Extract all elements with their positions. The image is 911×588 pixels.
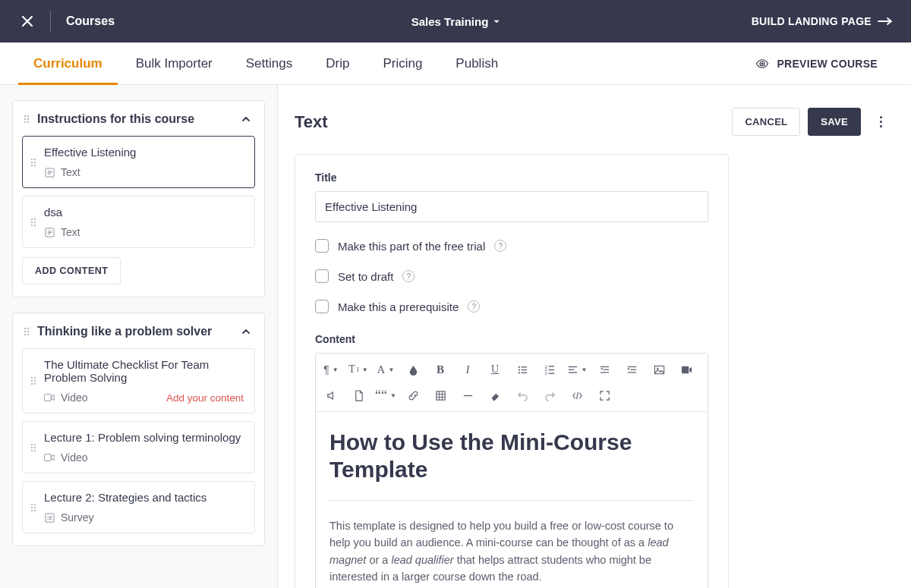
add-content-button[interactable]: ADD CONTENT [22, 257, 121, 285]
video-type-icon [44, 392, 55, 403]
preview-course-button[interactable]: PREVIEW COURSE [755, 57, 878, 71]
lesson-title: dsa [44, 206, 244, 219]
lesson-item[interactable]: dsa Text [22, 196, 255, 248]
lesson-item[interactable]: Lecture 2: Strategies and tactics Survey [22, 481, 255, 533]
more-menu-button[interactable] [873, 115, 888, 130]
svg-rect-20 [568, 372, 576, 373]
content-label: Content [315, 333, 708, 345]
lesson-form-panel: Title Make this part of the free trial ?… [295, 154, 729, 588]
text-type-icon [44, 227, 55, 237]
lesson-title: Effective Listening [44, 146, 244, 159]
preview-label: PREVIEW COURSE [777, 58, 878, 70]
table-tool[interactable] [427, 382, 454, 408]
draft-checkbox[interactable] [315, 269, 329, 283]
tab-label: Publish [456, 56, 498, 71]
tab-drip[interactable]: Drip [326, 42, 349, 84]
ul-tool[interactable] [509, 357, 536, 382]
collapse-toggle[interactable] [238, 324, 254, 339]
tab-publish[interactable]: Publish [456, 42, 498, 84]
content-hr [329, 500, 694, 501]
help-icon[interactable]: ? [468, 300, 480, 313]
link-tool[interactable] [399, 382, 427, 408]
title-input[interactable] [315, 191, 708, 222]
svg-rect-24 [627, 366, 635, 366]
build-landing-page-button[interactable]: BUILD LANDING PAGE [752, 15, 893, 27]
header-divider [50, 11, 51, 32]
svg-point-0 [761, 62, 764, 64]
drag-handle-icon[interactable] [30, 431, 36, 464]
lesson-type: Survey [61, 511, 94, 524]
close-button[interactable] [18, 15, 36, 27]
tab-curriculum[interactable]: Curriculum [33, 42, 102, 84]
svg-rect-31 [463, 395, 471, 395]
svg-rect-25 [630, 369, 636, 369]
lesson-item[interactable]: Effective Listening Text [22, 136, 255, 188]
svg-rect-10 [521, 369, 527, 369]
tab-settings[interactable]: Settings [246, 42, 292, 84]
tab-bulk-importer[interactable]: Bulk Importer [136, 42, 213, 84]
align-tool[interactable]: ▼ [563, 357, 591, 382]
curriculum-sidebar: Instructions for this course Effective L… [0, 85, 278, 588]
prereq-checkbox[interactable] [315, 300, 329, 313]
redo-tool[interactable] [536, 382, 563, 408]
svg-text:3: 3 [544, 372, 547, 376]
chapter-title: Thinking like a problem solver [37, 325, 231, 338]
italic-tool[interactable]: I [454, 357, 481, 382]
cancel-button[interactable]: CANCEL [732, 108, 800, 136]
code-tool[interactable] [563, 382, 591, 408]
course-name: Sales Training [411, 15, 489, 28]
build-landing-label: BUILD LANDING PAGE [752, 15, 872, 27]
bold-tool[interactable]: B [427, 357, 454, 382]
file-tool[interactable] [345, 382, 372, 408]
editor-heading: Text [295, 112, 328, 132]
drag-handle-icon[interactable] [30, 491, 36, 524]
quote-tool[interactable]: ““▼ [372, 382, 399, 408]
video-tool[interactable] [673, 357, 700, 382]
svg-rect-23 [600, 372, 608, 373]
font-family-tool[interactable]: A▼ [372, 357, 399, 382]
outdent-tool[interactable] [591, 357, 618, 382]
ol-tool[interactable]: 123 [536, 357, 563, 382]
header-title: Courses [66, 14, 115, 28]
text-type-icon [44, 167, 55, 178]
save-button[interactable]: SAVE [808, 108, 861, 136]
undo-tool[interactable] [509, 382, 536, 408]
indent-tool[interactable] [618, 357, 645, 382]
lesson-item[interactable]: The Ultimate Checklist For Team Problem … [22, 348, 255, 413]
lesson-item[interactable]: Lecture 1: Problem solving terminology V… [22, 421, 255, 473]
tab-label: Bulk Importer [136, 56, 213, 71]
drag-handle-icon[interactable] [30, 206, 36, 238]
tab-label: Settings [246, 56, 292, 71]
drag-handle-icon[interactable] [30, 146, 36, 178]
course-selector[interactable]: Sales Training [411, 15, 500, 28]
content-paragraph: This template is designed to help you bu… [329, 517, 694, 586]
free-trial-checkbox[interactable] [315, 239, 329, 253]
svg-rect-26 [627, 372, 635, 373]
collapse-toggle[interactable] [238, 112, 254, 127]
image-tool[interactable] [645, 357, 673, 382]
fullscreen-tool[interactable] [591, 382, 618, 408]
eye-icon [755, 57, 769, 71]
tab-pricing[interactable]: Pricing [383, 42, 422, 84]
survey-type-icon [44, 512, 55, 523]
help-icon[interactable]: ? [402, 270, 415, 282]
drag-handle-icon[interactable] [30, 358, 36, 404]
paragraph-tool[interactable]: ¶▼ [317, 357, 345, 382]
lesson-title: Lecture 1: Problem solving terminology [44, 431, 244, 444]
hr-tool[interactable] [454, 382, 481, 408]
underline-tool[interactable]: U [481, 357, 509, 382]
tab-label: Curriculum [33, 56, 102, 71]
eraser-tool[interactable] [481, 382, 509, 408]
svg-point-28 [656, 367, 657, 369]
drag-handle-icon[interactable] [24, 115, 30, 123]
chevron-up-icon [241, 115, 251, 124]
help-icon[interactable]: ? [494, 240, 506, 252]
audio-tool[interactable] [317, 382, 345, 408]
svg-rect-18 [568, 366, 576, 366]
font-size-tool[interactable]: TI▼ [345, 357, 372, 382]
editor-content-area[interactable]: How to Use the Mini-Course Template This… [316, 412, 708, 588]
color-tool[interactable] [399, 357, 427, 382]
lesson-editor-pane: Text CANCEL SAVE Title Make this part of… [278, 85, 911, 588]
drag-handle-icon[interactable] [24, 328, 30, 335]
lesson-type: Text [61, 226, 80, 238]
